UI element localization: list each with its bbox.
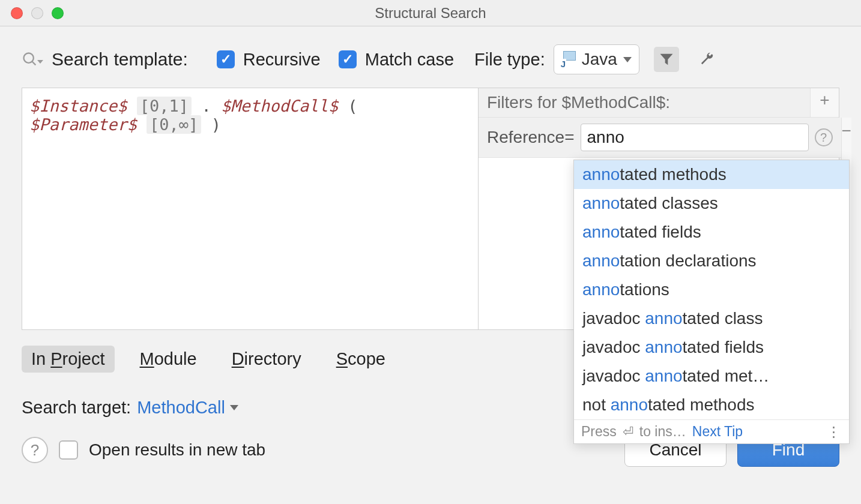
open-in-new-tab-checkbox[interactable] xyxy=(59,440,78,460)
autocomplete-item[interactable]: annotated classes xyxy=(574,189,849,218)
reference-help-icon[interactable]: ? xyxy=(815,128,833,146)
titlebar: Structural Search xyxy=(0,0,861,26)
tab-scope[interactable]: Scope xyxy=(327,346,395,373)
var-instance: $Instance$ xyxy=(29,97,127,115)
footer-hint-ins: to ins… xyxy=(639,424,686,440)
filters-panel: Filters for $MethodCall$: + Reference= ?… xyxy=(479,88,839,329)
var-methodcall: $MethodCall$ xyxy=(221,97,338,115)
more-actions-icon[interactable]: ⋮ xyxy=(827,424,842,440)
var-parameter: $Parameter$ xyxy=(29,115,137,134)
autocomplete-item[interactable]: javadoc annotated met… xyxy=(574,362,849,391)
instance-count: [0,1] xyxy=(137,97,192,115)
autocomplete-item[interactable]: annotations xyxy=(574,275,849,304)
svg-line-1 xyxy=(32,62,36,65)
autocomplete-item[interactable]: annotated methods xyxy=(574,160,849,189)
reference-label: Reference= xyxy=(487,128,575,147)
main-area: $Instance$ [0,1] . $MethodCall$ ( $Param… xyxy=(22,88,839,330)
java-file-icon xyxy=(561,51,576,68)
close-paren: ) xyxy=(211,115,221,134)
svg-point-0 xyxy=(24,53,34,63)
chevron-down-icon xyxy=(230,405,238,410)
add-filter-button[interactable]: + xyxy=(820,91,829,110)
autocomplete-item[interactable]: annotated fields xyxy=(574,218,849,247)
open-paren: ( xyxy=(348,97,357,115)
template-options-row: Search template: ✓ Recursive ✓ Match cas… xyxy=(22,44,839,74)
search-icon xyxy=(22,50,43,69)
svg-marker-3 xyxy=(660,54,672,65)
remove-filter-button[interactable]: − xyxy=(842,121,851,140)
search-target-label: Search target: xyxy=(22,398,131,418)
recursive-label: Recursive xyxy=(243,50,321,70)
window-title: Structural Search xyxy=(0,5,861,22)
tab-in-project[interactable]: In Project xyxy=(22,346,115,373)
search-target-select[interactable]: MethodCall xyxy=(137,398,238,418)
autocomplete-item[interactable]: not annotated methods xyxy=(574,391,849,419)
autocomplete-footer: Press ⏎ to ins… Next Tip ⋮ xyxy=(574,419,849,443)
dot: . xyxy=(201,97,211,115)
file-type-value: Java xyxy=(582,50,617,69)
reference-input[interactable] xyxy=(581,124,809,151)
autocomplete-item[interactable]: annotation declarations xyxy=(574,247,849,275)
enter-key-icon: ⏎ xyxy=(623,424,633,440)
next-tip-link[interactable]: Next Tip xyxy=(692,424,743,440)
svg-marker-2 xyxy=(37,60,43,64)
matchcase-checkbox[interactable]: ✓ xyxy=(339,50,357,68)
filters-header-label: Filters for $MethodCall$: xyxy=(487,93,670,112)
search-template-label: Search template: xyxy=(52,49,188,70)
filter-icon[interactable] xyxy=(654,47,679,72)
search-target-value: MethodCall xyxy=(137,398,225,418)
reference-filter-row: Reference= ? xyxy=(479,118,841,158)
autocomplete-popup: annotated methodsannotated classesannota… xyxy=(573,160,850,444)
autocomplete-item[interactable]: javadoc annotated fields xyxy=(574,333,849,362)
file-type-label: File type: xyxy=(474,50,545,70)
open-in-new-tab-label: Open results in new tab xyxy=(89,440,265,460)
chevron-down-icon xyxy=(623,57,632,62)
matchcase-label: Match case xyxy=(365,50,454,70)
parameter-count: [0,∞] xyxy=(147,115,201,134)
footer-hint-press: Press xyxy=(581,424,617,440)
recursive-checkbox[interactable]: ✓ xyxy=(217,50,235,68)
tab-module[interactable]: Module xyxy=(130,346,207,373)
wrench-icon[interactable] xyxy=(693,47,719,72)
autocomplete-item[interactable]: javadoc annotated class xyxy=(574,304,849,333)
help-button[interactable]: ? xyxy=(22,437,48,463)
file-type-select[interactable]: Java xyxy=(554,44,639,74)
template-editor[interactable]: $Instance$ [0,1] . $MethodCall$ ( $Param… xyxy=(22,88,479,329)
tab-directory[interactable]: Directory xyxy=(222,346,311,373)
